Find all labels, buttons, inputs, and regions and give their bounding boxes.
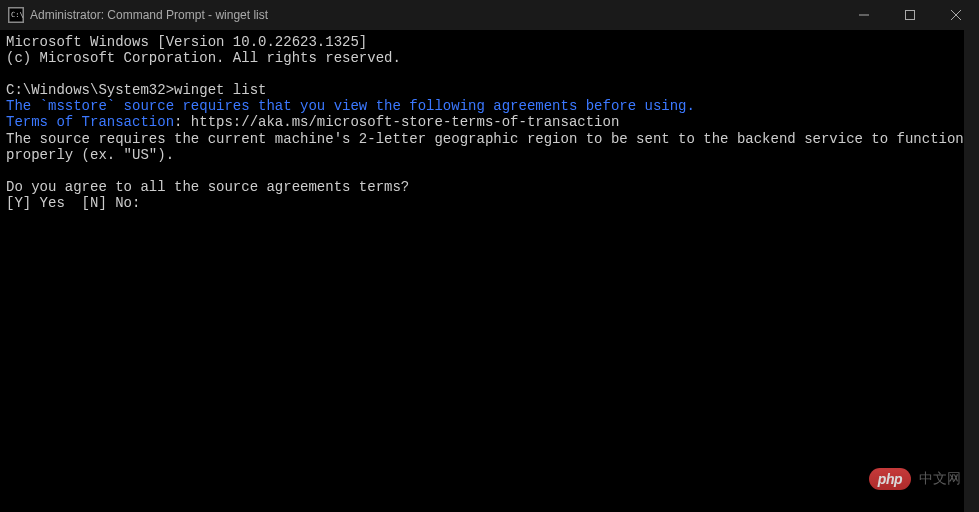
- prompt-path: C:\Windows\System32>: [6, 82, 174, 98]
- watermark-text: 中文网: [919, 470, 961, 488]
- terminal-output[interactable]: Microsoft Windows [Version 10.0.22623.13…: [0, 30, 979, 512]
- cmd-icon: C:\: [8, 7, 24, 23]
- svg-text:C:\: C:\: [11, 11, 23, 19]
- terms-url: https://aka.ms/microsoft-store-terms-of-…: [191, 114, 619, 130]
- minimize-button[interactable]: [841, 0, 887, 30]
- window-title: Administrator: Command Prompt - winget l…: [30, 8, 268, 22]
- close-button[interactable]: [933, 0, 979, 30]
- msstore-message: The `msstore` source requires that you v…: [6, 98, 973, 114]
- watermark: php 中文网: [869, 468, 961, 490]
- svg-rect-3: [906, 11, 915, 20]
- blank-line: [6, 66, 973, 82]
- terms-colon: :: [174, 114, 191, 130]
- terms-line: Terms of Transaction: https://aka.ms/mic…: [6, 114, 973, 130]
- titlebar-left: C:\ Administrator: Command Prompt - wing…: [8, 7, 268, 23]
- agree-question: Do you agree to all the source agreement…: [6, 179, 973, 195]
- agree-options: [Y] Yes [N] No:: [6, 195, 973, 211]
- copyright-line: (c) Microsoft Corporation. All rights re…: [6, 50, 973, 66]
- maximize-button[interactable]: [887, 0, 933, 30]
- php-badge: php: [869, 468, 911, 490]
- terms-label: Terms of Transaction: [6, 114, 174, 130]
- blank-line-2: [6, 163, 973, 179]
- window-controls: [841, 0, 979, 30]
- window-titlebar[interactable]: C:\ Administrator: Command Prompt - wing…: [0, 0, 979, 30]
- version-line: Microsoft Windows [Version 10.0.22623.13…: [6, 34, 973, 50]
- command-text: winget list: [174, 82, 266, 98]
- vertical-scrollbar[interactable]: [964, 30, 979, 512]
- region-message: The source requires the current machine'…: [6, 131, 973, 163]
- prompt-line: C:\Windows\System32>winget list: [6, 82, 973, 98]
